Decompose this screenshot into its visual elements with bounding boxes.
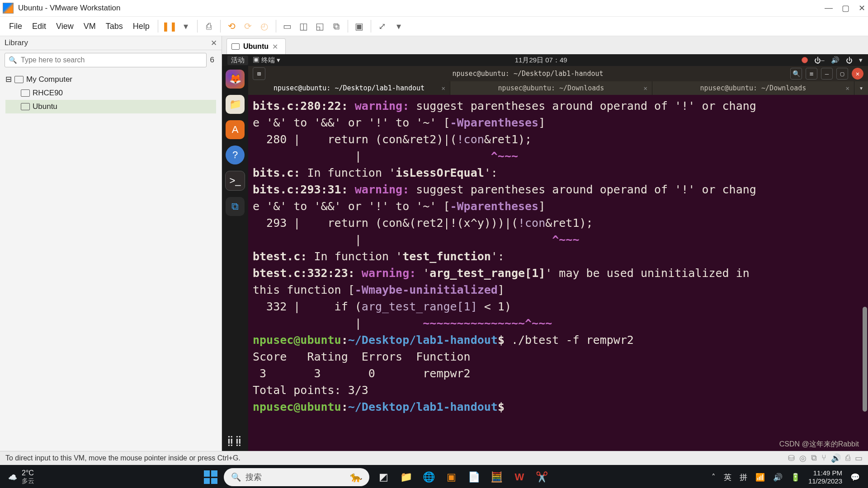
- device-sound-icon[interactable]: 🔊: [831, 453, 841, 463]
- volume-icon[interactable]: 🔊: [831, 56, 840, 64]
- terminal-tab-3[interactable]: npusec@ubuntu: ~/Downloads✕: [652, 81, 854, 95]
- menu-help[interactable]: Help: [128, 20, 154, 33]
- start-button[interactable]: [204, 470, 217, 484]
- tree-item-ubuntu[interactable]: Ubuntu: [5, 100, 216, 113]
- network-icon[interactable]: ⏻⎯: [814, 56, 825, 64]
- terminal-new-tab-button[interactable]: ⊞: [253, 67, 265, 80]
- terminal-tabs-dropdown-icon[interactable]: ▾: [854, 81, 868, 95]
- snapshot-take-button[interactable]: ⟲: [226, 20, 238, 32]
- tray-volume-icon[interactable]: 🔊: [773, 473, 783, 482]
- tab-close-icon[interactable]: ✕: [846, 84, 849, 92]
- gnome-app-menu[interactable]: ▣ 终端 ▾: [253, 56, 280, 65]
- search-icon: 🔍: [9, 56, 17, 64]
- library-close-button[interactable]: ✕: [211, 38, 217, 48]
- menu-file[interactable]: File: [5, 20, 27, 33]
- power-pause-button[interactable]: ❚❚: [164, 20, 175, 32]
- dock-terminal-icon[interactable]: >_: [225, 171, 245, 191]
- vm-tab-ubuntu[interactable]: Ubuntu ✕: [226, 38, 286, 54]
- weather-desc: 多云: [22, 477, 34, 485]
- taskbar-wps-icon[interactable]: W: [511, 469, 528, 485]
- menu-vm[interactable]: VM: [79, 20, 100, 33]
- menu-view[interactable]: View: [52, 20, 78, 33]
- power-icon[interactable]: ⏻: [846, 56, 853, 64]
- device-cd-icon[interactable]: ◎: [799, 453, 807, 463]
- terminal-search-button[interactable]: 🔍: [790, 68, 802, 80]
- device-usb-icon[interactable]: ⑂: [821, 453, 826, 463]
- device-net-icon[interactable]: ⧉: [811, 453, 817, 463]
- view-single-button[interactable]: ▭: [282, 20, 293, 32]
- fullscreen-dropdown-icon[interactable]: ▾: [393, 20, 405, 32]
- view-detach-button[interactable]: ⧉: [330, 20, 342, 32]
- tray-notifications-icon[interactable]: 💬: [850, 473, 860, 482]
- tray-ime-mode[interactable]: 拼: [740, 472, 747, 483]
- snapshot-manage-button[interactable]: ◴: [259, 20, 270, 32]
- taskbar-edge-icon[interactable]: 🌐: [421, 469, 437, 485]
- taskbar-taskview-icon[interactable]: ◩: [376, 469, 392, 485]
- gnome-clock[interactable]: 11月29日 07：49: [285, 56, 797, 65]
- library-tree: ⊟ My Computer RHCE90 Ubuntu: [0, 70, 222, 116]
- menu-tabs[interactable]: Tabs: [101, 20, 127, 33]
- menu-edit[interactable]: Edit: [28, 20, 51, 33]
- dock-vscode-icon[interactable]: ⧉: [226, 197, 245, 216]
- tab-close-icon[interactable]: ✕: [644, 84, 647, 92]
- terminal-tab-1[interactable]: npusec@ubuntu: ~/Desktop/lab1-handout✕: [248, 81, 450, 95]
- dock-show-apps-icon[interactable]: ⠿⠿⠿⠿: [227, 438, 243, 446]
- guest-screen[interactable]: 活动 ▣ 终端 ▾ 11月29日 07：49 ⏻⎯ 🔊 ⏻ ▾ 🦊 📁 A ?: [222, 54, 868, 451]
- fullscreen-button[interactable]: ⤢: [377, 20, 388, 32]
- view-split-button[interactable]: ◫: [298, 20, 310, 32]
- taskbar-calculator-icon[interactable]: 🧮: [489, 469, 505, 485]
- tray-ime-lang[interactable]: 英: [724, 472, 731, 483]
- terminal-output[interactable]: bits.c:280:22: warning: suggest parenthe…: [248, 95, 868, 451]
- window-title: Ubuntu - VMware Workstation: [18, 4, 120, 13]
- taskbar-search[interactable]: 🔍 搜索 🐆: [224, 468, 369, 486]
- snapshot-revert-button[interactable]: ⟳: [242, 20, 254, 32]
- device-display-icon[interactable]: ▭: [855, 453, 863, 463]
- tree-root[interactable]: ⊟ My Computer: [5, 73, 216, 86]
- send-keys-button[interactable]: ⎙: [203, 20, 215, 32]
- library-result-count: 6: [210, 56, 217, 65]
- tab-close-icon[interactable]: ✕: [272, 42, 278, 51]
- view-unity-button[interactable]: ◱: [314, 20, 326, 32]
- dock-firefox-icon[interactable]: 🦊: [226, 70, 245, 89]
- tray-clock[interactable]: 11:49 PM 11/29/2023: [808, 469, 842, 485]
- close-button[interactable]: ✕: [859, 3, 865, 13]
- power-dropdown-icon[interactable]: ▾: [180, 20, 192, 32]
- terminal-tabstrip: npusec@ubuntu: ~/Desktop/lab1-handout✕ n…: [248, 81, 868, 95]
- vm-icon: [21, 103, 30, 110]
- gnome-activities-button[interactable]: 活动: [227, 56, 248, 65]
- taskbar-snip-icon[interactable]: ✂️: [534, 469, 550, 485]
- tab-close-icon[interactable]: ✕: [442, 84, 445, 92]
- tray-battery-icon[interactable]: 🔋: [791, 473, 800, 482]
- library-title: Library: [5, 38, 28, 47]
- console-button[interactable]: ▣: [354, 20, 365, 32]
- system-menu-dropdown-icon[interactable]: ▾: [859, 56, 863, 64]
- weather-temp: 2°C: [22, 469, 34, 477]
- dock-files-icon[interactable]: 📁: [226, 95, 245, 114]
- device-hdd-icon[interactable]: ⛁: [788, 453, 795, 463]
- taskbar-explorer-icon[interactable]: 📁: [398, 469, 415, 485]
- dock-help-icon[interactable]: ?: [226, 145, 245, 164]
- tree-item-rhce90[interactable]: RHCE90: [5, 86, 216, 100]
- terminal-minimize-button[interactable]: —: [821, 68, 833, 80]
- vmware-menubar: File Edit View VM Tabs Help ❚❚ ▾ ⎙ ⟲ ⟳ ◴…: [0, 17, 868, 36]
- maximize-button[interactable]: ▢: [842, 3, 849, 13]
- do-not-disturb-icon[interactable]: [802, 57, 808, 63]
- computer-icon: [14, 76, 24, 83]
- tray-overflow-icon[interactable]: ˄: [712, 473, 716, 482]
- terminal-tab-2[interactable]: npusec@ubuntu: ~/Downloads✕: [450, 81, 652, 95]
- taskbar-vmware-icon[interactable]: ▣: [443, 469, 460, 485]
- terminal-menu-button[interactable]: ≡: [806, 68, 817, 80]
- taskbar-notepad-icon[interactable]: 📄: [466, 469, 482, 485]
- terminal-title: npusec@ubuntu: ~/Desktop/lab1-handout: [265, 70, 790, 78]
- tray-wifi-icon[interactable]: 📶: [755, 473, 765, 482]
- search-art-icon: 🐆: [350, 471, 362, 483]
- terminal-maximize-button[interactable]: ▢: [836, 68, 848, 80]
- library-search-input[interactable]: [20, 56, 203, 65]
- taskbar-weather-widget[interactable]: ☁️ 2°C 多云: [0, 469, 42, 485]
- minimize-button[interactable]: —: [825, 3, 833, 13]
- terminal-close-button[interactable]: ✕: [852, 68, 863, 80]
- device-printer-icon[interactable]: ⎙: [845, 453, 850, 463]
- library-search-box[interactable]: 🔍: [5, 53, 207, 67]
- terminal-scrollbar[interactable]: [862, 98, 867, 446]
- dock-software-icon[interactable]: A: [226, 120, 245, 139]
